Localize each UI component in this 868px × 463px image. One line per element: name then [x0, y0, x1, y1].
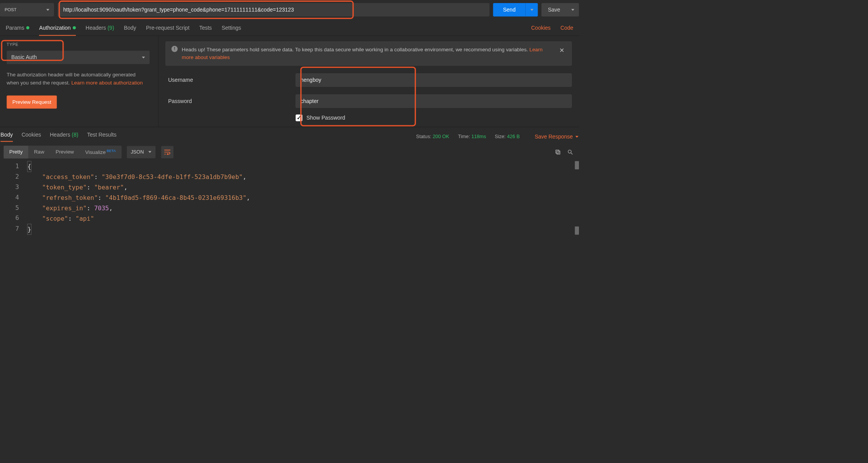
save-dropdown[interactable] [567, 9, 579, 11]
tab-settings[interactable]: Settings [222, 25, 241, 35]
format-select[interactable]: JSON [127, 146, 156, 158]
password-input[interactable] [296, 95, 572, 108]
send-button[interactable]: Send [493, 3, 538, 17]
chevron-down-icon [571, 9, 574, 11]
svg-rect-1 [557, 151, 560, 154]
chevron-down-icon [46, 9, 49, 11]
tab-body[interactable]: Body [124, 25, 136, 35]
password-label: Password [166, 98, 296, 104]
banner-text: Heads up! These parameters hold sensitiv… [182, 47, 530, 52]
response-status: Status: 200 OK [416, 134, 449, 140]
tab-authorization[interactable]: Authorization [39, 25, 76, 35]
save-button-label: Save [542, 7, 567, 13]
response-size: Size: 426 B [495, 134, 520, 140]
save-button[interactable]: Save [542, 3, 579, 17]
response-tab-headers-label: Headers [50, 132, 70, 138]
active-dot-icon [73, 26, 76, 29]
username-input[interactable] [296, 73, 572, 87]
wrap-icon [164, 149, 171, 155]
response-tab-cookies[interactable]: Cookies [22, 132, 41, 142]
request-url-input[interactable] [57, 3, 490, 17]
tab-prerequest[interactable]: Pre-request Script [146, 25, 190, 35]
scrollbar-thumb[interactable] [575, 226, 579, 235]
beta-badge: BETA [107, 149, 116, 153]
view-preview[interactable]: Preview [50, 146, 80, 159]
tab-headers-count: (9) [108, 25, 114, 30]
http-method-value: POST [5, 7, 17, 12]
banner-close-button[interactable]: ✕ [558, 46, 566, 55]
search-icon [567, 149, 573, 155]
copy-icon [555, 149, 561, 155]
view-visualize[interactable]: VisualizeBETA [79, 146, 121, 159]
auth-type-value: Basic Auth [11, 54, 37, 61]
tab-headers[interactable]: Headers (9) [86, 25, 114, 35]
response-tab-test-results[interactable]: Test Results [87, 132, 116, 142]
response-tab-headers-count: (8) [72, 132, 78, 138]
tab-tests[interactable]: Tests [199, 25, 212, 35]
auth-description: The authorization header will be automat… [7, 71, 145, 86]
show-password-label: Show Password [306, 115, 345, 121]
show-password-checkbox[interactable]: ✓ [296, 115, 302, 121]
http-method-select[interactable]: POST [0, 3, 54, 17]
username-label: Username [166, 77, 296, 83]
format-value: JSON [131, 149, 144, 155]
response-body-code: { "access_token": "30e3f7d0-8c53-4dfe-b1… [27, 161, 579, 235]
view-mode-segment: Pretty Raw Preview VisualizeBETA [3, 146, 121, 159]
sensitive-data-banner: ! Heads up! These parameters hold sensit… [166, 41, 572, 66]
save-response-button[interactable]: Save Response [535, 133, 579, 140]
search-response-button[interactable] [565, 147, 575, 157]
view-raw[interactable]: Raw [29, 146, 50, 159]
info-icon: ! [172, 46, 178, 52]
auth-type-heading: TYPE [7, 42, 151, 47]
code-link[interactable]: Code [560, 25, 573, 35]
learn-more-auth-link[interactable]: Learn more about authorization [71, 80, 143, 86]
view-pretty[interactable]: Pretty [3, 146, 28, 159]
tab-headers-label: Headers [86, 25, 106, 30]
chevron-down-icon [142, 56, 145, 58]
wrap-lines-button[interactable] [161, 146, 173, 158]
svg-rect-0 [556, 150, 559, 153]
active-dot-icon [26, 26, 29, 29]
send-button-label: Send [493, 7, 525, 13]
chevron-down-icon [530, 9, 533, 11]
response-tab-headers[interactable]: Headers (8) [50, 132, 78, 142]
tab-params[interactable]: Params [6, 25, 30, 35]
line-gutter: 1234567 [0, 161, 27, 235]
chevron-down-icon [148, 151, 151, 153]
scrollbar-thumb[interactable] [575, 161, 579, 169]
view-visualize-label: Visualize [85, 149, 106, 155]
save-response-label: Save Response [535, 133, 573, 140]
copy-response-button[interactable] [553, 147, 563, 157]
tab-params-label: Params [6, 25, 24, 30]
send-dropdown[interactable] [525, 3, 538, 17]
preview-request-button[interactable]: Preview Request [7, 95, 57, 108]
auth-type-select[interactable]: Basic Auth [7, 51, 150, 64]
tab-authorization-label: Authorization [39, 25, 71, 30]
response-tab-body[interactable]: Body [0, 132, 13, 142]
response-body-viewer[interactable]: 1234567 { "access_token": "30e3f7d0-8c53… [0, 161, 579, 240]
response-time: Time: 118ms [458, 134, 486, 140]
cookies-link[interactable]: Cookies [531, 25, 551, 35]
svg-point-2 [568, 150, 571, 153]
chevron-down-icon [575, 136, 579, 138]
